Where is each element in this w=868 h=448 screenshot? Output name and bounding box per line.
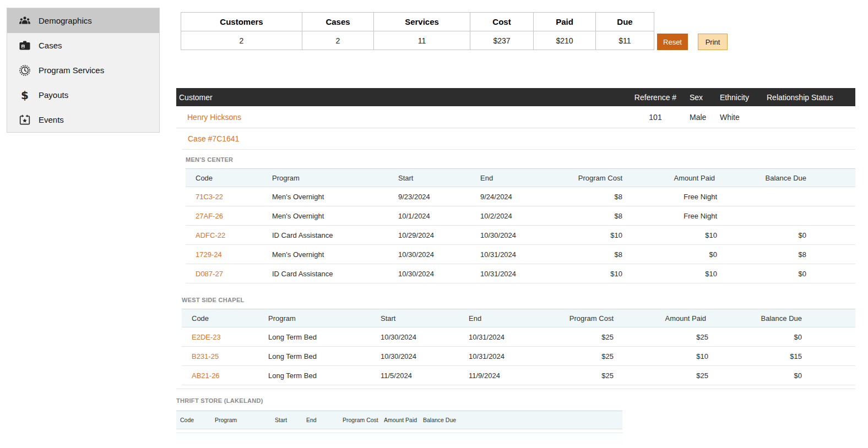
service-program-value: Long Term Bed [268, 352, 381, 360]
service-col-code: Code [176, 417, 215, 423]
service-program-value: ID Card Assistance [272, 231, 398, 239]
service-code-link[interactable]: 71C3-22 [186, 193, 272, 201]
service-code-link[interactable]: 27AF-26 [186, 212, 272, 220]
relationship-column-header: Relationship Status [767, 93, 855, 102]
service-col-start: Start [398, 174, 480, 182]
customer-reference-value: 101 [622, 113, 688, 122]
service-cost-value: $8 [551, 193, 627, 201]
service-cost-value: $25 [542, 352, 618, 360]
clock-icon [18, 63, 32, 78]
reference-column-header: Reference # [622, 93, 688, 102]
sidebar-item-cases[interactable]: Cases [7, 33, 159, 58]
sidebar-item-events[interactable]: Events [7, 107, 159, 132]
cutoff-partial-row [176, 433, 622, 444]
service-row: AB21-26Long Term Bed11/5/202411/9/2024$2… [182, 366, 855, 385]
service-start-value: 10/29/2024 [398, 231, 480, 239]
service-code-link[interactable]: E2DE-23 [182, 333, 268, 341]
service-col-balance-due: Balance Due [721, 174, 811, 182]
summary-header-paid: Paid [534, 13, 596, 31]
service-program-value: Long Term Bed [268, 371, 381, 380]
service-cost-value: $25 [542, 371, 618, 380]
service-code-link[interactable]: B231-25 [182, 352, 268, 360]
service-due-value: $0 [713, 371, 806, 380]
sidebar-item-label: Program Services [39, 65, 104, 75]
service-program-value: Long Term Bed [268, 333, 381, 341]
summary-value-cost: $237 [470, 31, 534, 50]
service-col-program: Program [272, 174, 398, 182]
service-paid-value: $25 [618, 371, 713, 380]
service-col-amount-paid: Amount Paid [384, 417, 423, 423]
service-end-value: 10/31/2024 [469, 352, 542, 360]
service-program-value: Men's Overnight [272, 250, 398, 259]
service-col-balance-due: Balance Due [423, 417, 484, 423]
sidebar-item-payouts[interactable]: $Payouts [7, 83, 159, 107]
service-table: CodeProgramStartEndProgram CostAmount Pa… [186, 168, 855, 283]
sidebar-item-label: Demographics [39, 16, 92, 25]
print-button[interactable]: Print [698, 34, 728, 50]
service-row: 71C3-22Men's Overnight9/23/20249/24/2024… [186, 187, 855, 206]
service-col-program: Program [215, 417, 275, 423]
service-col-end: End [306, 417, 343, 423]
service-end-value: 10/2/2024 [480, 212, 551, 220]
service-paid-value: $10 [618, 352, 713, 360]
service-end-value: 10/30/2024 [480, 231, 551, 239]
customer-table-header: Customer Reference # Sex Ethnicity Relat… [176, 88, 855, 106]
sidebar-item-program-services[interactable]: Program Services [7, 58, 159, 83]
service-code-link[interactable]: D087-27 [186, 270, 272, 278]
summary-header-due: Due [596, 13, 654, 31]
service-start-value: 10/30/2024 [381, 333, 469, 341]
service-row: E2DE-23Long Term Bed10/30/202410/31/2024… [182, 327, 855, 347]
summary-table: CustomersCasesServicesCostPaidDue2211$23… [181, 12, 654, 50]
sidebar-item-label: Cases [39, 41, 62, 50]
sidebar-item-label: Payouts [39, 90, 68, 100]
service-code-link[interactable]: ADFC-22 [186, 231, 272, 239]
service-code-link[interactable]: 1729-24 [186, 250, 272, 259]
service-paid-value: Free Night [627, 212, 721, 220]
service-table-header: CodeProgramStartEndProgram CostAmount Pa… [176, 411, 622, 429]
summary-value-customers: 2 [181, 31, 302, 50]
summary-header-cost: Cost [470, 13, 534, 31]
service-row: B231-25Long Term Bed10/30/202410/31/2024… [182, 347, 855, 366]
service-code-link[interactable]: AB21-26 [182, 371, 268, 380]
section-thrift-store: THRIFT STORE (LAKELAND) CodeProgramStart… [176, 389, 622, 444]
service-end-value: 9/24/2024 [480, 193, 551, 201]
service-due-value: $0 [721, 270, 811, 278]
customer-row: Henry Hicksons 101 Male White [176, 106, 855, 128]
service-col-program-cost: Program Cost [343, 417, 384, 423]
ethnicity-column-header: Ethnicity [720, 93, 764, 102]
service-col-end: End [480, 174, 551, 182]
sidebar-item-label: Events [39, 115, 64, 124]
case-link[interactable]: Case #7C1641 [182, 134, 239, 143]
service-cost-value: $10 [551, 231, 627, 239]
service-row: D087-27ID Card Assistance10/30/202410/31… [186, 264, 855, 283]
customer-name-link[interactable]: Henry Hicksons [176, 113, 241, 122]
service-col-program-cost: Program Cost [551, 174, 627, 182]
summary-header-customers: Customers [181, 13, 302, 31]
service-program-value: Men's Overnight [272, 212, 398, 220]
service-cost-value: $8 [551, 212, 627, 220]
case-row: Case #7C1641 [182, 128, 855, 150]
summary-value-paid: $210 [534, 31, 596, 50]
summary-header-cases: Cases [302, 13, 374, 31]
service-table-header: CodeProgramStartEndProgram CostAmount Pa… [182, 309, 855, 327]
customer-sex-value: Male [690, 113, 723, 122]
service-col-balance-due: Balance Due [713, 314, 806, 323]
reset-button[interactable]: Reset [657, 34, 688, 50]
sidebar-item-demographics[interactable]: Demographics [7, 8, 159, 33]
service-start-value: 11/5/2024 [381, 371, 469, 380]
service-table: CodeProgramStartEndProgram CostAmount Pa… [182, 309, 855, 385]
service-table: CodeProgramStartEndProgram CostAmount Pa… [176, 411, 622, 429]
service-paid-value: $0 [627, 250, 721, 259]
calendar-star-icon [18, 113, 32, 127]
service-due-value: $0 [721, 231, 811, 239]
service-paid-value: $25 [618, 333, 713, 341]
sex-column-header: Sex [690, 93, 723, 102]
service-start-value: 9/23/2024 [398, 193, 480, 201]
service-col-end: End [469, 314, 542, 323]
service-col-program: Program [268, 314, 381, 323]
service-program-value: Men's Overnight [272, 193, 398, 201]
section-west-side-chapel: WEST SIDE CHAPEL CodeProgramStartEndProg… [182, 283, 855, 385]
service-start-value: 10/1/2024 [398, 212, 480, 220]
service-row: ADFC-22ID Card Assistance10/29/202410/30… [186, 226, 855, 245]
service-paid-value: $10 [627, 270, 721, 278]
